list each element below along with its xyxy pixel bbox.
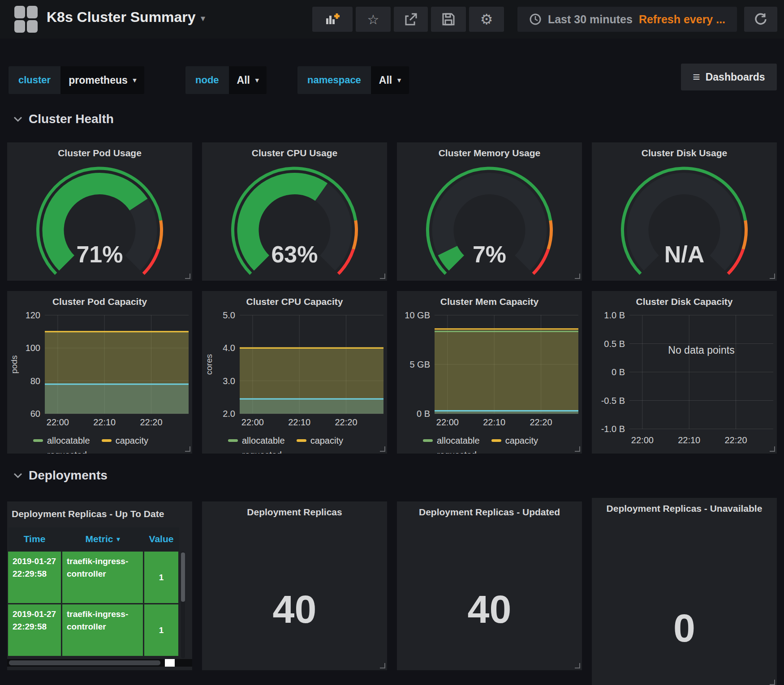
panel-title[interactable]: Deployment Replicas - Up To Date <box>7 501 192 525</box>
chart-cluster-cpu-capacity[interactable]: 2.03.04.05.022:0022:1022:20cores <box>202 312 387 429</box>
chart-legend: allocatablecapacityrequested <box>202 431 387 454</box>
panel-title[interactable]: Cluster Memory Usage <box>397 142 582 163</box>
chart-cluster-pod-capacity[interactable]: 608010012022:0022:1022:20pods <box>7 312 192 429</box>
row-deployments: Deployment Replicas - Up To Date Time Me… <box>7 501 582 670</box>
dashboard-title-text: K8s Cluster Summary <box>47 9 196 25</box>
svg-text:2.0: 2.0 <box>223 409 235 419</box>
svg-text:22:10: 22:10 <box>678 435 700 445</box>
legend-swatch <box>228 439 238 442</box>
dashboards-button[interactable]: ≡ Dashboards <box>681 64 777 90</box>
chevron-down-icon <box>13 473 22 479</box>
variable-namespace-label: namespace <box>297 66 371 94</box>
legend-item-capacity[interactable]: capacity <box>102 434 148 447</box>
table-cell-time: 2019-01-27 22:29:58 <box>8 604 61 656</box>
time-range-picker[interactable]: Last 30 minutes Refresh every ... <box>517 7 737 32</box>
panel-title[interactable]: Cluster Disk Usage <box>592 142 777 163</box>
svg-text:7%: 7% <box>473 241 506 267</box>
panel-resize-handle[interactable] <box>770 446 775 452</box>
svg-text:22:20: 22:20 <box>335 417 358 427</box>
variable-node-select[interactable]: All ▾ <box>229 66 267 94</box>
section-deployments[interactable]: Deployments <box>13 468 108 483</box>
panel-resize-handle[interactable] <box>380 274 385 279</box>
panel-cluster-disk-usage: Cluster Disk Usage N/A <box>592 142 777 281</box>
section-cluster-health[interactable]: Cluster Health <box>13 112 114 126</box>
svg-text:0 B: 0 B <box>417 409 430 419</box>
row-gauges: Cluster Pod Usage 71% Cluster CPU Usage … <box>7 142 777 281</box>
menu-icon: ≡ <box>693 71 700 83</box>
legend-item-capacity[interactable]: capacity <box>297 434 343 447</box>
save-button[interactable] <box>431 7 466 32</box>
legend-item-capacity[interactable]: capacity <box>491 434 538 447</box>
share-button[interactable] <box>394 7 428 32</box>
panel-resize-handle[interactable] <box>575 446 580 452</box>
chart-cluster-disk-capacity[interactable]: -1.0 B-0.5 B0 B0.5 B1.0 B22:0022:1022:20… <box>592 312 777 448</box>
refresh-button[interactable] <box>744 7 777 32</box>
svg-text:100: 100 <box>26 343 40 353</box>
panel-cluster-memory-usage: Cluster Memory Usage 7% <box>397 142 582 281</box>
variable-cluster-select[interactable]: prometheus ▾ <box>60 66 144 94</box>
panel-cluster-pod-capacity: Cluster Pod Capacity 608010012022:0022:1… <box>7 291 192 454</box>
svg-text:22:20: 22:20 <box>530 417 552 427</box>
svg-text:3.0: 3.0 <box>223 376 235 386</box>
panel-resize-handle[interactable] <box>575 663 580 668</box>
scrollbar-thumb[interactable] <box>165 659 175 667</box>
dashboard-title[interactable]: K8s Cluster Summary▾ <box>47 9 205 26</box>
panel-cluster-pod-usage: Cluster Pod Usage 71% <box>7 142 192 281</box>
panel-title[interactable]: Cluster CPU Usage <box>202 142 387 163</box>
scrollbar-track-bar[interactable] <box>9 660 160 665</box>
panel-title[interactable]: Deployment Replicas - Updated <box>397 501 582 522</box>
scrollbar-thumb[interactable] <box>181 552 185 602</box>
table-body: 2019-01-27 22:29:58 traefik-ingress-cont… <box>8 552 179 658</box>
svg-text:cores: cores <box>204 354 214 375</box>
svg-text:N/A: N/A <box>664 241 705 267</box>
panel-resize-handle[interactable] <box>380 446 385 452</box>
svg-text:-0.5 B: -0.5 B <box>601 396 625 406</box>
svg-text:pods: pods <box>9 355 19 373</box>
chart-cluster-mem-capacity[interactable]: 0 B5 GB10 GB22:0022:1022:20 <box>397 312 582 429</box>
chevron-down-icon: ▾ <box>255 76 259 84</box>
star-icon: ☆ <box>367 12 379 27</box>
stat-value: 0 <box>592 605 777 651</box>
star-button[interactable]: ☆ <box>356 7 391 32</box>
panel-title[interactable]: Deployment Replicas - Unavailable <box>592 498 777 518</box>
variable-node: node All ▾ <box>185 66 267 94</box>
variable-namespace-select[interactable]: All ▾ <box>371 66 409 94</box>
table-col-value[interactable]: Value <box>144 527 178 551</box>
table-col-time[interactable]: Time <box>8 527 61 551</box>
legend-item-requested[interactable]: requested <box>423 449 477 454</box>
table-col-metric[interactable]: Metric▾ <box>62 527 143 551</box>
variable-namespace: namespace All ▾ <box>297 66 409 94</box>
refresh-interval-label: Refresh every ... <box>639 13 725 26</box>
panel-resize-handle[interactable] <box>770 274 775 279</box>
svg-text:71%: 71% <box>76 241 123 267</box>
panel-resize-handle[interactable] <box>380 663 385 668</box>
legend-swatch <box>102 439 112 442</box>
panel-resize-handle[interactable] <box>185 274 190 279</box>
panel-resize-handle[interactable] <box>575 274 580 279</box>
svg-text:22:00: 22:00 <box>631 435 654 445</box>
legend-item-allocatable[interactable]: allocatable <box>228 434 285 447</box>
panel-title[interactable]: Cluster Mem Capacity <box>397 291 582 312</box>
panel-title[interactable]: Cluster Disk Capacity <box>592 291 777 312</box>
panel-title[interactable]: Deployment Replicas <box>202 501 387 522</box>
svg-text:1.0 B: 1.0 B <box>604 312 625 320</box>
legend-item-requested[interactable]: requested <box>228 449 282 454</box>
svg-text:22:00: 22:00 <box>241 417 264 427</box>
panel-resize-handle[interactable] <box>185 446 190 452</box>
grafana-logo[interactable] <box>14 6 38 33</box>
legend-item-allocatable[interactable]: allocatable <box>33 434 90 447</box>
legend-swatch <box>297 439 306 442</box>
legend-item-requested[interactable]: requested <box>33 449 87 454</box>
panel-title[interactable]: Cluster Pod Capacity <box>7 291 192 312</box>
table-cell-metric: traefik-ingress-controller <box>62 552 143 603</box>
svg-text:No data points: No data points <box>668 344 734 356</box>
add-panel-button[interactable] <box>312 7 353 32</box>
settings-button[interactable]: ⚙ <box>469 7 504 32</box>
horizontal-scrollbar[interactable] <box>7 659 192 667</box>
panel-resize-handle[interactable] <box>770 680 775 685</box>
panel-title[interactable]: Cluster Pod Usage <box>7 142 192 163</box>
panel-title[interactable]: Cluster CPU Capacity <box>202 291 387 312</box>
vertical-scrollbar[interactable] <box>181 552 185 658</box>
legend-item-allocatable[interactable]: allocatable <box>423 434 480 447</box>
stat-value: 40 <box>202 587 387 632</box>
